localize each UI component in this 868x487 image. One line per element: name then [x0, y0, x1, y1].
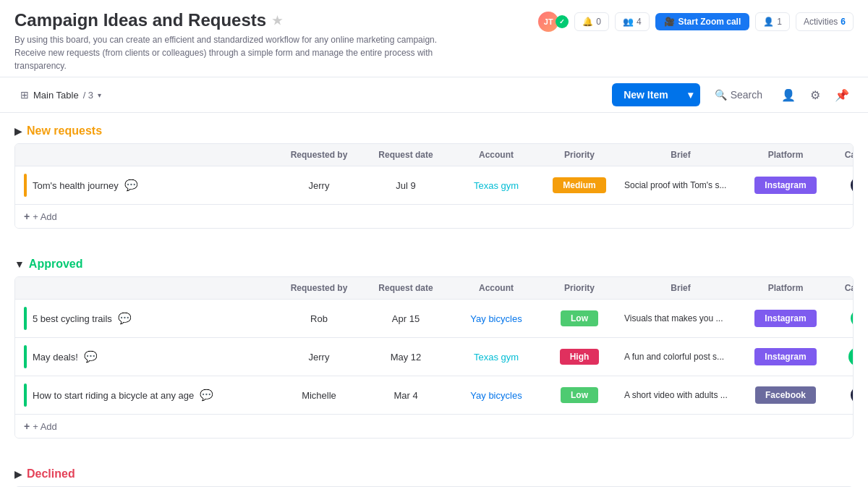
priority-badge: High [560, 349, 600, 365]
col-priority-approved: Priority [543, 277, 616, 299]
group-new-requests: ▶ New requests Requested by Request date… [14, 113, 854, 229]
cell-platform: Instagram [746, 169, 825, 201]
col-name [15, 144, 276, 166]
new-item-label: New Item [612, 83, 679, 106]
cell-platform: Instagram [746, 341, 825, 373]
group-title-new-requests: New requests [27, 124, 102, 137]
row-indicator [24, 307, 27, 330]
group-header-new-requests[interactable]: ▶ New requests [14, 113, 854, 143]
col-timeline-approved: Campaign timeline [825, 277, 854, 299]
new-item-dropdown-arrow[interactable]: ▾ [681, 83, 700, 106]
search-button[interactable]: 🔍 Search [706, 85, 771, 105]
comment-icon[interactable]: 💬 [200, 389, 213, 402]
col-req-by-approved: Requested by [276, 277, 362, 299]
cell-requested-by: Michelle [276, 383, 362, 408]
cell-requested-by: Jerry [276, 173, 362, 198]
col-name-approved [15, 277, 276, 299]
add-icon: + [24, 211, 30, 222]
comment-icon[interactable]: 💬 [118, 312, 132, 325]
main-content: ▶ New requests Requested by Request date… [0, 113, 868, 487]
table-new-requests: Requested by Request date Account Priori… [14, 143, 854, 229]
table-approved: Requested by Request date Account Priori… [14, 276, 854, 439]
cell-name: How to start riding a bicycle at any age… [15, 376, 276, 414]
notifications-btn[interactable]: 🔔 0 [574, 12, 609, 31]
cell-timeline: May 14 - 29 [825, 340, 854, 373]
person-icon: 👤 [781, 89, 796, 101]
search-icon: 🔍 [715, 89, 727, 101]
row-name-container: 5 best cycling trails 💬 [24, 307, 132, 330]
cell-platform: Instagram [746, 302, 825, 334]
col-account: Account [449, 144, 543, 166]
col-brief-approved: Brief [616, 277, 746, 299]
group-declined: ▶ Declined Requested by Request date Acc… [14, 456, 854, 487]
timeline-badge: May 14 - 29 [848, 347, 854, 366]
col-platform: Platform [746, 144, 825, 166]
table-row: How to start riding a bicycle at any age… [15, 376, 853, 415]
group-toggle-new-requests[interactable]: ▶ [14, 125, 22, 137]
cell-account[interactable]: Yay bicycles [449, 306, 543, 331]
comment-icon[interactable]: 💬 [84, 350, 98, 363]
comment-icon[interactable]: 💬 [124, 179, 138, 192]
cell-request-date: Jul 9 [362, 173, 449, 198]
priority-badge: Medium [553, 177, 605, 193]
chevron-down-icon: ▾ [98, 91, 101, 99]
group-toggle-approved[interactable]: ▼ [14, 258, 25, 270]
toolbar-left: ⊞ Main Table / 3 ▾ [14, 86, 107, 103]
cell-name: May deals! 💬 [15, 338, 276, 376]
col-priority: Priority [543, 144, 616, 166]
row-name-container: How to start riding a bicycle at any age… [24, 384, 213, 407]
cell-account[interactable]: Texas gym [449, 344, 543, 370]
cell-request-date: Mar 4 [362, 383, 449, 408]
cell-priority: Low [543, 380, 616, 410]
timeline-badge: Jul 10 - 17 [851, 309, 854, 328]
avatar-group: JT ✓ [537, 10, 569, 33]
top-header: Campaign Ideas and Requests ★ By using t… [0, 0, 868, 77]
col-request-date: Request date [362, 144, 449, 166]
group-title-approved: Approved [29, 258, 83, 271]
row-name-container: Tom's health journey 💬 [24, 174, 138, 197]
pin-icon: 📌 [835, 89, 849, 101]
board-title: Campaign Ideas and Requests [14, 10, 266, 30]
table-count: / 3 [83, 90, 93, 101]
cell-account[interactable]: Texas gym [449, 173, 543, 198]
table-selector[interactable]: ⊞ Main Table / 3 ▾ [14, 86, 107, 103]
invite-btn[interactable]: 👥 4 [615, 12, 650, 31]
cell-account[interactable]: Yay bicycles [449, 383, 543, 408]
col-req-date-approved: Request date [362, 277, 449, 299]
cell-requested-by: Rob [276, 306, 362, 331]
cell-brief: A fun and colorful post s... [616, 344, 746, 369]
add-row-approved[interactable]: + + Add [15, 415, 853, 438]
row-indicator [24, 345, 27, 368]
group-header-approved[interactable]: ▼ Approved [14, 246, 854, 276]
cell-timeline: Jul 10 - 17 [825, 302, 854, 335]
row-indicator [24, 174, 27, 197]
activities-btn[interactable]: Activities 6 [796, 12, 854, 31]
priority-badge: Low [561, 387, 598, 403]
group-header-declined[interactable]: ▶ Declined [14, 456, 854, 486]
cell-requested-by: Jerry [276, 344, 362, 370]
priority-badge: Low [561, 310, 598, 326]
online-badge: ✓ [556, 15, 569, 28]
col-account-approved: Account [449, 277, 543, 299]
cell-priority: Medium [543, 170, 616, 200]
platform-badge: Instagram [754, 177, 816, 194]
toolbar-right: New Item ▾ 🔍 Search 👤 ⚙ 📌 [612, 83, 854, 106]
zoom-call-btn[interactable]: 🎥 Start Zoom call [655, 13, 750, 30]
add-icon: + [24, 420, 30, 432]
people-btn[interactable]: 👤 1 [755, 12, 790, 31]
table-row: 5 best cycling trails 💬 Rob Apr 15 Yay b… [15, 300, 853, 338]
col-platform-approved: Platform [746, 277, 825, 299]
new-item-button[interactable]: New Item ▾ [612, 83, 699, 106]
group-toggle-declined[interactable]: ▶ [14, 468, 22, 480]
add-row-new-requests[interactable]: + + Add [15, 205, 853, 228]
settings-icon-btn[interactable]: ⚙ [806, 84, 825, 106]
platform-badge: Instagram [754, 348, 816, 365]
star-icon[interactable]: ★ [272, 14, 282, 27]
cell-timeline: Aug 6 - 22 [825, 378, 854, 412]
pin-icon-btn[interactable]: 📌 [830, 84, 854, 106]
timeline-badge: Aug 6 - 22 [851, 386, 854, 405]
toolbar: ⊞ Main Table / 3 ▾ New Item ▾ 🔍 Search 👤… [0, 77, 868, 113]
cell-priority: Low [543, 303, 616, 334]
person-icon-btn[interactable]: 👤 [777, 84, 800, 106]
cell-brief: Social proof with Tom's s... [616, 173, 746, 198]
